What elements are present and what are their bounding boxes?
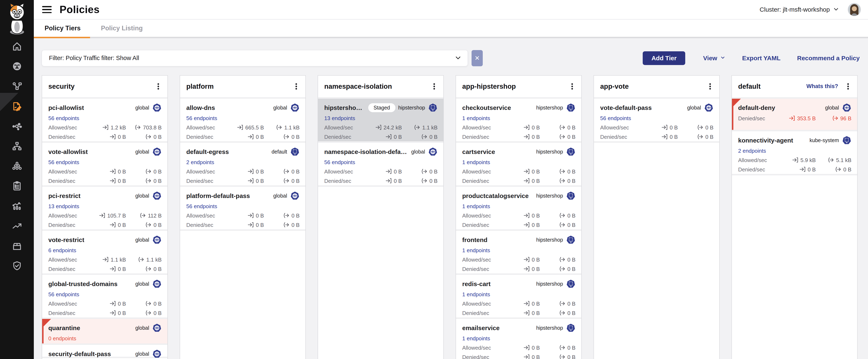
stat-values: 0 B0 B: [506, 354, 576, 359]
clear-filter-button[interactable]: ✕: [471, 50, 483, 66]
endpoints-link[interactable]: 13 endpoints: [324, 115, 355, 121]
traffic-stat-row: Allowed/sec1.2 kB703.8 B: [48, 124, 162, 131]
endpoints-link[interactable]: 2 endpoints: [186, 159, 214, 166]
tier-menu-button[interactable]: [844, 82, 852, 91]
endpoints-link[interactable]: 1 endpoints: [462, 247, 490, 254]
endpoints-link[interactable]: 0 endpoints: [48, 335, 76, 342]
sidebar-item-endpoints-cluster-icon[interactable]: [11, 160, 23, 172]
tier-menu-button[interactable]: [430, 82, 438, 91]
endpoints-link[interactable]: 56 endpoints: [48, 159, 79, 166]
policy-card-redis-cart[interactable]: redis-carthipstershop1 endpointsAllowed/…: [456, 275, 581, 317]
policy-card-default-deny[interactable]: default-denyglobalDenied/sec353.5 B96 B: [732, 99, 857, 130]
policy-card-pci-allowlist[interactable]: pci-allowlistglobal56 endpointsAllowed/s…: [42, 99, 167, 141]
tab-policy-tiers[interactable]: Policy Tiers: [34, 20, 90, 37]
policy-card-namespace-isolation-default-p[interactable]: namespace-isolation-default-p…global56 e…: [318, 143, 443, 185]
policy-card-productcatalogservice[interactable]: productcatalogservicehipstershop1 endpoi…: [456, 187, 581, 229]
policy-card-emailservice[interactable]: emailservicehipstershop1 endpointsAllowe…: [456, 319, 581, 359]
stat-values: 0 B0 B: [93, 222, 162, 229]
whats-this-link[interactable]: Whats this??: [806, 83, 840, 89]
traffic-stat-row: Denied/sec0 B0 B: [186, 177, 300, 185]
sidebar-item-service-graph-icon[interactable]: [11, 81, 23, 92]
ingress-value: 24.2 kB: [369, 124, 402, 131]
policy-card-pci-restrict[interactable]: pci-restrictglobal13 endpointsAllowed/se…: [42, 187, 167, 229]
egress-arrow-icon: [559, 344, 565, 352]
sidebar-item-flow-visualizations-icon[interactable]: [11, 120, 23, 132]
endpoints-link[interactable]: 1 endpoints: [462, 291, 490, 298]
traffic-stat-row: Allowed/sec0 B0 B: [600, 124, 713, 131]
hamburger-menu-icon[interactable]: [42, 6, 52, 13]
egress-value: 5.1 kB: [821, 157, 851, 164]
scope-label: global: [135, 281, 149, 287]
endpoints-link[interactable]: 1 endpoints: [462, 159, 490, 166]
policy-name: vote-default-pass: [600, 104, 652, 111]
ingress-value: 0 B: [231, 222, 264, 229]
traffic-stats: Allowed/sec0 B0 BDenied/sec0 B0 B: [48, 168, 162, 185]
stat-values: 0 B0 B: [93, 300, 162, 307]
user-avatar[interactable]: [848, 3, 861, 16]
policy-name: pci-restrict: [48, 192, 81, 199]
endpoints-link[interactable]: 2 endpoints: [738, 148, 766, 154]
sidebar-item-home-icon[interactable]: [11, 41, 23, 52]
policy-card-cartservice[interactable]: cartservicehipstershop1 endpointsAllowed…: [456, 143, 581, 185]
cluster-selector[interactable]: Cluster: jlt-msft-workshop: [760, 6, 839, 13]
policy-card-vote-default-pass[interactable]: vote-default-passglobal56 endpointsAllow…: [594, 99, 719, 141]
chevron-down-icon: [455, 54, 461, 62]
endpoints-link[interactable]: 56 endpoints: [186, 115, 217, 121]
tier-menu-button[interactable]: [292, 82, 301, 91]
sidebar-item-workloads-box-icon[interactable]: [11, 240, 23, 251]
endpoints-link[interactable]: 1 endpoints: [462, 335, 490, 342]
sidebar-item-dashboard-icon[interactable]: [11, 61, 23, 72]
tier-title: default: [738, 82, 761, 90]
policy-card-allow-dns[interactable]: allow-dnsglobal56 endpointsAllowed/sec66…: [180, 99, 305, 141]
ingress-value: 0 B: [93, 266, 126, 273]
egress-bytes: 0 B: [843, 166, 851, 173]
endpoints-link[interactable]: 56 endpoints: [48, 291, 79, 298]
policy-card-global-trusted-domains[interactable]: global-trusted-domainsglobal56 endpoints…: [42, 275, 167, 317]
policy-card-platform-default-pass[interactable]: platform-default-passglobal56 endpointsA…: [180, 187, 305, 229]
policy-card-frontend[interactable]: frontendhipstershop1 endpointsAllowed/se…: [456, 231, 581, 273]
policy-name: cartservice: [462, 148, 495, 156]
policy-filter-dropdown[interactable]: Filter: Policy Traffic filter: Show All: [42, 50, 468, 66]
policy-card-hipstershop-gh[interactable]: hipstershop-gh…Stagedhipstershop13 endpo…: [318, 99, 443, 141]
ingress-bytes: 0 B: [118, 310, 126, 316]
tier-menu-button[interactable]: [568, 82, 576, 91]
stat-values: 0 B0 B: [231, 168, 300, 175]
sidebar-item-activity-stats-icon[interactable]: [11, 200, 23, 212]
tier-board: securitypci-allowlistglobal56 endpointsA…: [42, 75, 860, 359]
policy-card-vote-allowlist[interactable]: vote-allowlistglobal56 endpointsAllowed/…: [42, 143, 167, 185]
endpoints-link[interactable]: 6 endpoints: [48, 247, 76, 254]
policy-card-default-egress[interactable]: default-egressdefault2 endpointsAllowed/…: [180, 143, 305, 185]
policy-card-security-default-pass[interactable]: security-default-passglobal: [42, 345, 167, 357]
egress-value: 0 B: [407, 177, 437, 185]
export-yaml-button[interactable]: Export YAML: [742, 55, 780, 62]
global-scope-icon: [704, 103, 713, 112]
policy-card-konnectivity-agent[interactable]: konnectivity-agentkube-system2 endpoints…: [732, 131, 857, 174]
tab-policy-listing[interactable]: Policy Listing: [93, 20, 151, 37]
policy-card-quarantine[interactable]: quarantineglobal0 endpoints: [42, 319, 167, 343]
policy-card-vote-restrict[interactable]: vote-restrictglobal6 endpointsAllowed/se…: [42, 231, 167, 273]
tier-menu-button[interactable]: [154, 82, 162, 91]
tier-menu-button[interactable]: [706, 82, 714, 91]
sidebar-item-compliance-reports-icon[interactable]: [11, 180, 23, 192]
endpoints-link[interactable]: 56 endpoints: [600, 115, 631, 121]
endpoints-link[interactable]: 13 endpoints: [48, 203, 79, 210]
add-tier-button[interactable]: Add Tier: [643, 51, 685, 65]
stat-label: Allowed/sec: [186, 213, 215, 219]
scope-badge: hipstershop: [395, 103, 437, 112]
view-menu-button[interactable]: View: [703, 55, 725, 62]
recommend-policy-button[interactable]: Recommend a Policy: [797, 55, 860, 62]
sidebar-item-threat-defense-shield-icon[interactable]: [11, 260, 23, 271]
endpoints-link[interactable]: 56 endpoints: [48, 115, 79, 121]
policy-card-checkoutservice[interactable]: checkoutservicehipstershop1 endpointsAll…: [456, 99, 581, 141]
endpoints-link[interactable]: 56 endpoints: [186, 203, 217, 210]
scope-label: hipstershop: [536, 325, 563, 331]
sidebar-item-network-sets-icon[interactable]: [11, 140, 23, 151]
stat-label: Allowed/sec: [462, 301, 491, 307]
endpoints-link[interactable]: 56 endpoints: [324, 159, 355, 166]
endpoints-link[interactable]: 1 endpoints: [462, 115, 490, 121]
scope-badge: hipstershop: [533, 191, 576, 200]
stat-label: Denied/sec: [738, 115, 765, 122]
sidebar-item-trending-icon[interactable]: [11, 220, 23, 231]
egress-bytes: 112 B: [148, 213, 162, 219]
endpoints-link[interactable]: 1 endpoints: [462, 203, 490, 210]
